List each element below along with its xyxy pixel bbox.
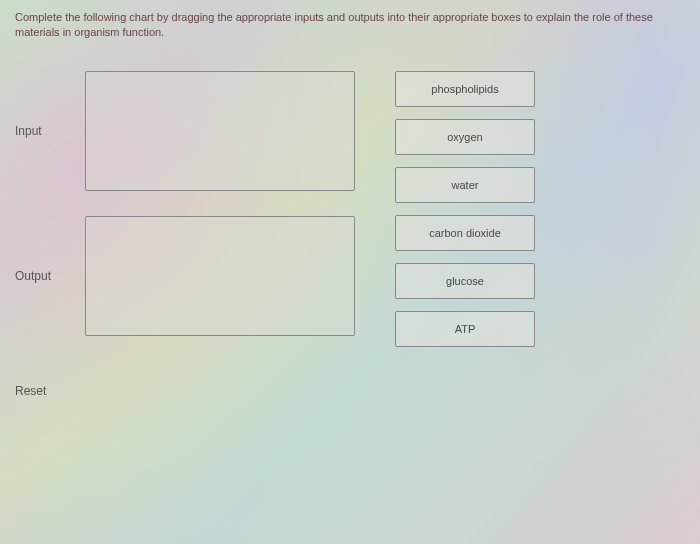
input-row: Input [15,71,355,191]
output-row: Output [15,216,355,336]
output-drop-box[interactable] [85,216,355,336]
output-label: Output [15,269,85,283]
reset-area: Reset [15,381,355,399]
input-label: Input [15,124,85,138]
instructions-text: Complete the following chart by dragging… [15,10,685,41]
drag-item-glucose[interactable]: glucose [395,263,535,299]
drag-item-atp[interactable]: ATP [395,311,535,347]
input-drop-box[interactable] [85,71,355,191]
draggable-items-column: phospholipids oxygen water carbon dioxid… [395,71,535,399]
drag-item-phospholipids[interactable]: phospholipids [395,71,535,107]
main-area: Input Output Reset phospholipids oxygen … [15,71,685,399]
drag-item-water[interactable]: water [395,167,535,203]
reset-button[interactable]: Reset [15,384,46,398]
drag-item-carbon-dioxide[interactable]: carbon dioxide [395,215,535,251]
left-column: Input Output Reset [15,71,355,399]
drag-item-oxygen[interactable]: oxygen [395,119,535,155]
